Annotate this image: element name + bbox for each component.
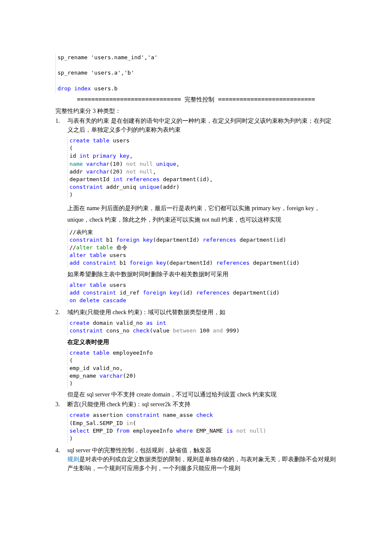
code-text: 999) (223, 327, 239, 334)
kw: key (116, 153, 130, 159)
code-text: cons_no (103, 327, 133, 334)
list-item-2: 2. 域约束(只能使用 check 约束)：域可以代替数据类型使用，如 (55, 308, 337, 317)
kw: foreign (143, 289, 166, 296)
kw: table (86, 252, 106, 258)
code-text: (departmentId) (153, 237, 200, 243)
kw: int (113, 176, 123, 182)
list-body: 断言(只能使用 check 约束)：sql server2k 不支持 (67, 400, 337, 409)
kw: between (170, 327, 196, 334)
kw: name (69, 161, 83, 167)
code-line: sp_rename 'users.name_ind','a' (58, 54, 158, 61)
kw: index (71, 85, 91, 92)
code-text: employeeInfo (110, 350, 153, 356)
document-page: sp_rename 'users.name_ind','a' sp_rename… (0, 0, 392, 555)
intro-text: 完整性约束分 3 种类型： (55, 107, 337, 116)
code-text: users (110, 137, 130, 144)
kw: is (226, 428, 233, 434)
kw: int (79, 153, 89, 159)
code-text: ( (69, 357, 73, 364)
code-text: (Emp_Sal.SEMP_ID (69, 420, 126, 426)
code-text: id_ref (116, 289, 143, 296)
kw: not (123, 161, 136, 167)
kw: constraint (79, 289, 116, 296)
code-text: emp_name (69, 373, 99, 379)
code-text: , (176, 161, 180, 167)
kw: constraint (126, 412, 159, 418)
kw: key (166, 289, 179, 296)
code-text: (10) (110, 161, 123, 167)
code-text: (20) (123, 373, 136, 379)
code-text: b1 (116, 260, 130, 266)
code-block-2: //表约束 constraint b1 foreign key(departme… (67, 228, 337, 267)
kw: alter table (76, 244, 116, 251)
kw: references (123, 176, 159, 182)
kw: and (213, 327, 223, 334)
kw: unique (139, 184, 159, 190)
kw: delete (76, 297, 100, 304)
code-block-top: sp_rename 'users.name_ind','a' sp_rename… (55, 54, 337, 92)
code-text: 100 (196, 327, 213, 334)
kw: varchar (83, 161, 110, 167)
kw: create (69, 137, 89, 144)
code-block-3: alter table users add constraint id_ref … (67, 281, 337, 305)
kw: references (213, 260, 250, 266)
kw: key (139, 237, 153, 243)
code-text: emp_id valid_no, (69, 365, 123, 371)
code-text: 命令 (116, 244, 127, 251)
kw: alter (69, 282, 86, 288)
kw: check (196, 412, 213, 418)
code-text: addr_uniq (103, 184, 139, 190)
kw: varchar (99, 373, 123, 379)
code-text: assertion (89, 412, 126, 418)
kw: not (233, 428, 246, 434)
code-text: ) (69, 380, 73, 387)
kw: select (69, 428, 89, 434)
code-text: users. (91, 85, 114, 92)
code-text: EMP_ID (89, 428, 116, 434)
kw: check (133, 327, 150, 334)
code-text: department(id) (230, 289, 280, 296)
kw: create (69, 412, 89, 418)
code-block-5: create table employeeInfo ( emp_id valid… (67, 349, 337, 388)
code-text: department(id) (250, 260, 300, 266)
kw: create (69, 320, 89, 326)
kw: references (193, 289, 230, 296)
kw: null (136, 168, 153, 175)
code-text: users (106, 282, 126, 288)
kw: key (153, 260, 166, 266)
kw: references (199, 237, 236, 243)
list-body: 与表有关的约束 是在创建有的语句中定义的一种约束，在定义列同时定义该约束称为列约… (67, 116, 337, 134)
kw: on (69, 297, 76, 304)
list-number: 3. (55, 400, 67, 409)
code-text: , (153, 168, 156, 175)
kw: foreign (116, 237, 140, 243)
kw: constraint (69, 327, 103, 334)
code-block-1: create table users ( id int primary key,… (67, 137, 337, 199)
list-body: 域约束(只能使用 check 约束)：域可以代替数据类型使用，如 (67, 308, 337, 317)
code-text: (departmentId) (166, 260, 213, 266)
kw: add (69, 289, 79, 296)
code-text: addr (69, 168, 86, 175)
list-number: 1. (55, 116, 67, 125)
code-line: sp_rename 'users.a','b' (58, 69, 134, 76)
kw: create (69, 350, 89, 356)
para-4: 但是在 sql server 中不支持 create domain，不过可以通过… (67, 390, 337, 399)
code-text: department(id) (236, 237, 286, 243)
code-text: name_asse (159, 412, 196, 418)
code-text: id (69, 153, 79, 159)
code-text: // (69, 244, 76, 251)
code-text: domain valid_no (89, 320, 146, 326)
kw: alter (69, 252, 86, 258)
code-text: department(id), (159, 176, 213, 182)
code-text: , (130, 153, 133, 159)
kw: unique (153, 161, 176, 167)
code-text: departmentId (69, 176, 113, 182)
code-block-4: create domain valid_no as int constraint… (67, 319, 337, 335)
code-text: (id) (179, 289, 193, 296)
kw: add (69, 260, 79, 266)
kw: int (153, 320, 166, 326)
list-item-4: 4. sql server 中的完整性控制，包括规则，缺省值，触发器 规则是对表… (55, 446, 337, 473)
kw: constraint (69, 237, 103, 243)
code-text: ( (133, 420, 136, 426)
list-number: 2. (55, 308, 67, 317)
